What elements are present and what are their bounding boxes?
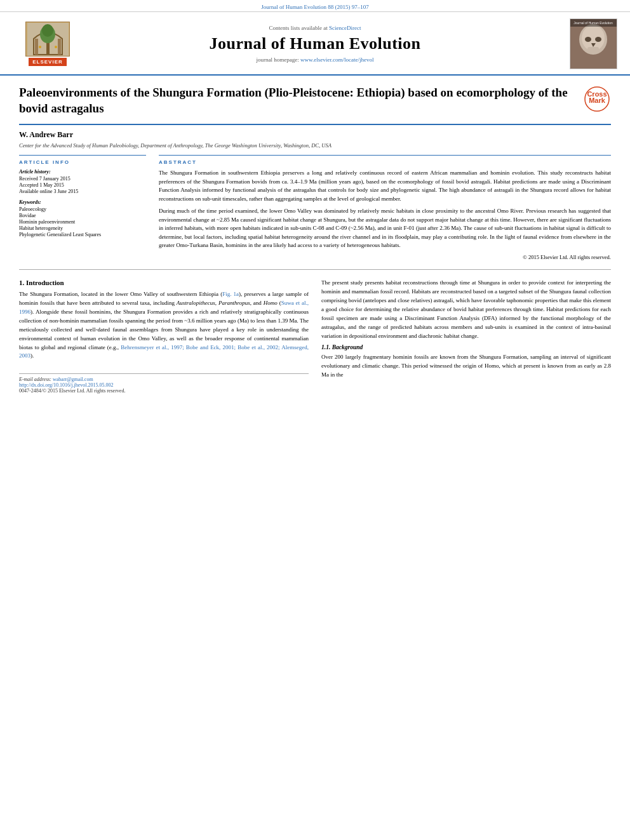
body-right-col: The present study presents habitat recon…: [321, 279, 611, 394]
keyword-3: Hominin paleoenvironment: [19, 219, 146, 225]
abstract-header: ABSTRACT: [159, 159, 611, 165]
jhe-cover-svg: Journal of Human Evolution: [570, 19, 617, 69]
received-date: Received 7 January 2015: [19, 176, 146, 182]
homepage-label: journal homepage:: [257, 57, 299, 63]
keywords-label: Keywords:: [19, 199, 146, 205]
section1-para1: The Shungura Formation, located in the l…: [19, 290, 309, 361]
email-link[interactable]: wabarr@gmail.com: [53, 377, 93, 382]
abstract-col: ABSTRACT The Shungura Formation in south…: [159, 155, 611, 260]
journal-thumb-area: Journal of Human Evolution: [547, 18, 617, 69]
main-content: Paleoenvironments of the Shungura Format…: [0, 76, 630, 400]
elsevier-tree-image: [25, 22, 70, 57]
svg-rect-13: [587, 47, 599, 52]
section-divider: [19, 269, 611, 270]
homepage-url[interactable]: www.elsevier.com/locate/jhevol: [300, 57, 373, 63]
doi-anchor[interactable]: http://dx.doi.org/10.1016/j.jhevol.2015.…: [19, 382, 114, 388]
keyword-2: Bovidae: [19, 213, 146, 218]
section1-right-para: The present study presents habitat recon…: [321, 279, 611, 341]
journal-center: Contents lists available at ScienceDirec…: [83, 25, 547, 62]
refs-link-1[interactable]: Behrensmeyer et al., 1997; Bobe and Eck,…: [19, 344, 309, 359]
article-title-section: Paleoenvironments of the Shungura Format…: [19, 85, 611, 125]
svg-point-7: [55, 46, 57, 48]
journal-header: ELSEVIER Contents lists available at Sci…: [0, 12, 630, 76]
keywords-block: Keywords: Paleoecology Bovidae Hominin p…: [19, 199, 146, 237]
section1-1-text: Over 200 largely fragmentary hominin fos…: [321, 353, 611, 380]
abstract-para-2: During much of the time period examined,…: [159, 207, 611, 250]
journal-ref-bar: Journal of Human Evolution 88 (2015) 97–…: [0, 0, 630, 12]
journal-homepage: journal homepage: www.elsevier.com/locat…: [95, 57, 535, 63]
issn-text: 0047-2484/© 2015 Elsevier Ltd. All right…: [19, 388, 309, 394]
body-left-col: 1. Introduction The Shungura Formation, …: [19, 279, 309, 394]
section1-1-para: Over 200 largely fragmentary hominin fos…: [321, 353, 611, 380]
svg-rect-2: [58, 39, 61, 55]
crossmark-icon[interactable]: Cross Mark: [584, 86, 610, 114]
affiliation: Center for the Advanced Study of Human P…: [19, 142, 611, 149]
section1-right-text: The present study presents habitat recon…: [321, 279, 611, 341]
section1-1-name: Background: [332, 344, 363, 350]
article-title: Paleoenvironments of the Shungura Format…: [19, 85, 582, 116]
email-footnote: E-mail address: wabarr@gmail.com: [19, 377, 309, 382]
keyword-4: Habitat heterogeneity: [19, 225, 146, 231]
copyright-line: © 2015 Elsevier Ltd. All rights reserved…: [159, 254, 611, 260]
abstract-para-1: The Shungura Formation in southwestern E…: [159, 169, 611, 203]
abstract-text: The Shungura Formation in southwestern E…: [159, 169, 611, 250]
svg-text:Journal of Human Evolution: Journal of Human Evolution: [573, 21, 613, 25]
body-section: 1. Introduction The Shungura Formation, …: [19, 279, 611, 394]
svg-point-11: [585, 37, 591, 42]
section1-text: The Shungura Formation, located in the l…: [19, 290, 309, 361]
svg-point-6: [39, 46, 41, 48]
keyword-5: Phylogenetic Generalized Least Squares: [19, 232, 146, 237]
svg-point-5: [42, 24, 53, 37]
email-label: E-mail address:: [19, 377, 51, 382]
keyword-1: Paleoecology: [19, 206, 146, 212]
section1-number: 1.: [19, 279, 24, 286]
author-name: W. Andrew Barr: [19, 130, 611, 140]
section1-name: Introduction: [26, 279, 64, 286]
article-info-header: ARTICLE INFO: [19, 159, 146, 165]
history-label: Article history:: [19, 169, 146, 175]
article-info-col: ARTICLE INFO Article history: Received 7…: [19, 155, 146, 260]
elsevier-tree-svg: [27, 23, 69, 56]
section1-1-title: 1.1. Background: [321, 344, 611, 350]
elsevier-label: ELSEVIER: [29, 58, 67, 66]
crossmark-area[interactable]: Cross Mark: [582, 85, 611, 114]
accepted-date: Accepted 1 May 2015: [19, 182, 146, 188]
sciencedirect-link[interactable]: ScienceDirect: [329, 25, 361, 31]
journal-title: Journal of Human Evolution: [95, 34, 535, 53]
article-history-block: Article history: Received 7 January 2015…: [19, 169, 146, 194]
svg-text:Mark: Mark: [589, 97, 606, 104]
elsevier-logo-area: ELSEVIER: [13, 22, 83, 66]
doi-link[interactable]: http://dx.doi.org/10.1016/j.jhevol.2015.…: [19, 382, 309, 388]
jhe-thumbnail: Journal of Human Evolution: [570, 18, 617, 69]
available-date: Available online 3 June 2015: [19, 189, 146, 194]
svg-point-12: [595, 37, 601, 42]
section1-1-number: 1.1.: [321, 344, 330, 350]
contents-line: Contents lists available at ScienceDirec…: [95, 25, 535, 31]
journal-ref-text: Journal of Human Evolution 88 (2015) 97–…: [261, 4, 368, 10]
svg-rect-1: [35, 39, 38, 55]
section1-title: 1. Introduction: [19, 279, 309, 286]
fig1a-link[interactable]: Fig. 1a: [222, 291, 239, 297]
footer-area: E-mail address: wabarr@gmail.com http://…: [19, 373, 309, 394]
contents-text: Contents lists available at: [269, 25, 328, 31]
info-abstract-section: ARTICLE INFO Article history: Received 7…: [19, 155, 611, 260]
